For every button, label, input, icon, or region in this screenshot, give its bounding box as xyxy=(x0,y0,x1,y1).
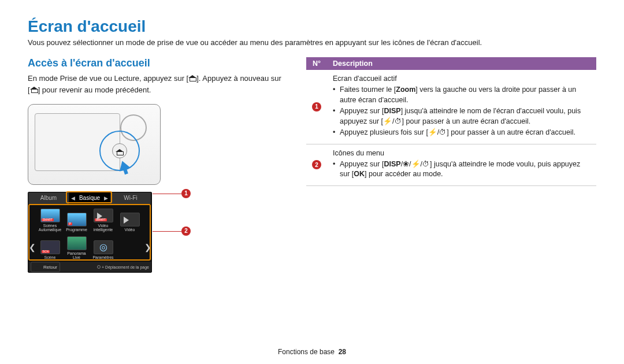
callout-number-1: 1 xyxy=(181,189,191,198)
callout-number-1: 1 xyxy=(312,102,321,112)
callout-number-2: 2 xyxy=(312,160,321,169)
row2-bullet1: Appuyez sur [DISP/❀/⚡/⏱] jusqu'à atteind… xyxy=(333,159,590,180)
macro-icon: ❀ xyxy=(403,160,409,168)
table-row: 2 Icônes du menu Appuyez sur [DISP/❀/⚡/⏱… xyxy=(306,144,596,185)
page-title: Écran d'accueil xyxy=(28,17,596,36)
row2-title: Icônes du menu xyxy=(333,149,384,157)
tab-album[interactable]: Album xyxy=(28,192,69,204)
table-header-number: N° xyxy=(306,57,327,70)
row1-title: Ecran d'accueil actif xyxy=(333,75,397,83)
home-icon xyxy=(188,74,196,82)
home-icon xyxy=(30,86,38,94)
row1-bullet1: Faites tourner le [Zoom] vers la gauche … xyxy=(333,85,590,105)
section-heading: Accès à l'écran d'accueil xyxy=(28,57,282,69)
home-screen-screenshot: Album ◀ Basique ▶ Wi-Fi SMARTScènes Auto… xyxy=(28,192,166,273)
callout-leader xyxy=(153,231,181,232)
access-instructions: En mode Prise de vue ou Lecture, appuyez… xyxy=(28,73,282,96)
intro-text: Vous pouvez sélectionner un mode de pris… xyxy=(28,38,596,47)
table-row: 1 Ecran d'accueil actif Faites tourner l… xyxy=(306,70,596,144)
callout-1-box xyxy=(66,192,112,203)
back-button[interactable]: Retour xyxy=(31,262,60,272)
callout-number-2: 2 xyxy=(181,226,191,236)
flash-icon: ⚡ xyxy=(383,117,392,125)
table-header-description: Description xyxy=(327,57,596,70)
home-icon xyxy=(35,265,40,271)
row1-bullet2: Appuyez sur [DISP] jusqu'à atteindre le … xyxy=(333,106,590,127)
timer-icon: ⏱ xyxy=(422,160,430,168)
callout-leader xyxy=(153,194,181,194)
timer-icon: ⏱ xyxy=(439,128,447,136)
description-table: N° Description 1 Ecran d'accueil actif F… xyxy=(306,57,596,186)
home-button-icon xyxy=(112,143,127,158)
timer-icon: ⏱ xyxy=(395,117,402,125)
tab-wifi[interactable]: Wi-Fi xyxy=(110,192,151,204)
row1-bullet3: Appuyez plusieurs fois sur [⚡/⏱] pour pa… xyxy=(333,128,590,138)
flash-icon: ⚡ xyxy=(411,160,421,168)
page-footer: Fonctions de base 28 xyxy=(0,348,624,356)
camera-illustration xyxy=(28,104,161,185)
page-scroll-hint: + Déplacement de la page xyxy=(97,265,149,269)
flash-icon: ⚡ xyxy=(428,128,437,136)
